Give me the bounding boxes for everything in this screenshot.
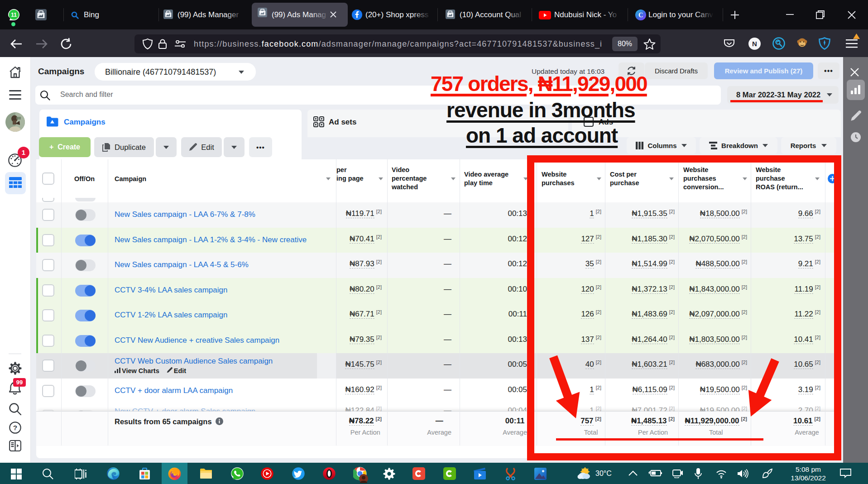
svg-text:?: ? — [13, 424, 17, 431]
svg-text:C: C — [638, 12, 643, 19]
svg-text:N: N — [752, 40, 757, 48]
svg-text:11: 11 — [11, 12, 17, 18]
